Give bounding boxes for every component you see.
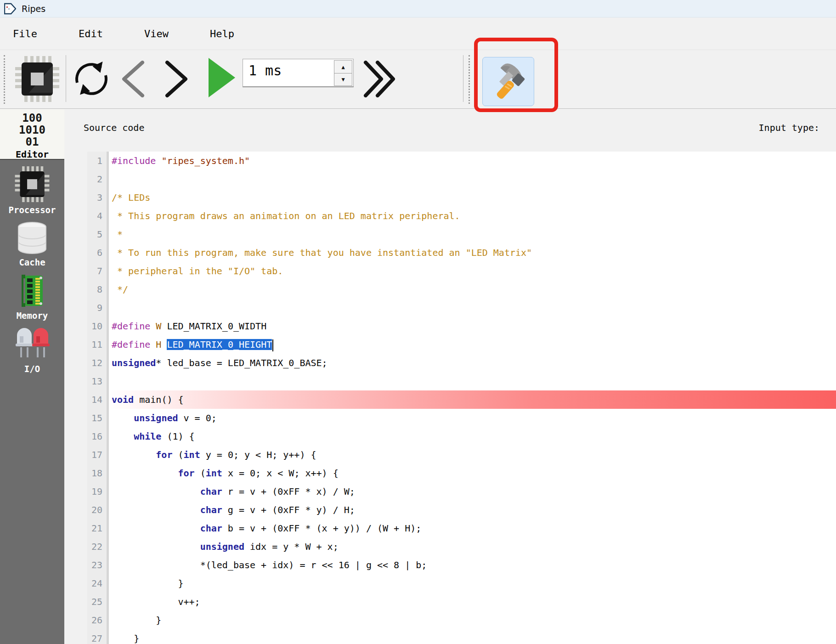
green-play-icon[interactable] [208,57,236,98]
code-line[interactable]: 22 unsigned idx = y * W + x; [87,537,836,556]
code-line[interactable]: 20 char g = v + (0xFF * y) / H; [87,501,836,519]
code-line[interactable]: 15 unsigned v = 0; [87,409,836,427]
code-line[interactable]: 27 } [87,629,836,644]
sidebar-item-cache[interactable]: Cache [0,221,64,267]
processor-chip-icon [15,166,50,202]
spin-up-button[interactable]: ▲ [334,60,352,73]
code-line-text: for (int y = 0; y < H; y++) { [109,446,836,464]
line-number: 23 [87,556,109,574]
sidebar-item-processor[interactable]: Processor [0,166,64,215]
line-number: 6 [87,243,109,262]
hammer-icon [489,62,528,102]
code-line[interactable]: 8 */ [87,280,836,299]
code-line-text: } [109,629,836,644]
line-number: 27 [87,629,109,644]
line-number: 2 [87,170,109,188]
code-line[interactable]: 11#define H LED_MATRIX_0_HEIGHT [87,335,836,354]
code-line[interactable]: 25 v++; [87,593,836,611]
code-line-text [109,299,836,317]
chevron-right-icon[interactable] [164,61,189,97]
code-line[interactable]: 18 for (int x = 0; x < W; x++) { [87,464,836,482]
code-line-text: #define H LED_MATRIX_0_HEIGHT [109,335,836,354]
menu-edit[interactable]: Edit [79,28,131,40]
toolbar-drag-handle[interactable] [469,55,470,104]
code-line[interactable]: 6 * To run this program, make sure that … [87,243,836,262]
code-line-text: char b = v + (0xFF * (x + y)) / (W + H); [109,519,836,537]
line-number: 12 [87,354,109,372]
line-number: 19 [87,482,109,501]
line-number: 11 [87,335,109,354]
code-line[interactable]: 14void main() { [87,390,836,409]
code-line[interactable]: 19 char r = v + (0xFF * x) / W; [87,482,836,501]
code-line-text: unsigned v = 0; [109,409,836,427]
title-bar: Ripes [0,0,836,17]
code-line[interactable]: 5 * [87,225,836,243]
code-line[interactable]: 26 } [87,611,836,629]
database-icon [17,221,47,254]
line-number: 17 [87,446,109,464]
code-line-text: char g = v + (0xFF * y) / H; [109,501,836,519]
code-line-text: * To run this program, make sure that yo… [109,243,836,262]
code-editor[interactable]: 1#include "ripes_system.h"23/* LEDs4 * T… [87,152,836,644]
code-line[interactable]: 17 for (int y = 0; y < H; y++) { [87,446,836,464]
code-line-text: v++; [109,593,836,611]
code-line[interactable]: 3/* LEDs [87,188,836,207]
code-line[interactable]: 1#include "ripes_system.h" [87,152,836,170]
code-line[interactable]: 12unsigned* led_base = LED_MATRIX_0_BASE… [87,354,836,372]
binary-code-icon: 100 1010 01 [0,112,64,148]
code-line[interactable]: 9 [87,299,836,317]
line-number: 21 [87,519,109,537]
code-line-text [109,372,836,390]
line-number: 25 [87,593,109,611]
double-chevron-icon[interactable] [363,61,395,97]
line-number: 15 [87,409,109,427]
sidebar-item-editor[interactable]: 100 1010 01 Editor [0,109,64,159]
speed-spinbox[interactable]: 1 ms ▲ ▼ [243,59,354,87]
code-line[interactable]: 4 * This program draws an animation on a… [87,207,836,225]
menu-file[interactable]: File [13,28,66,40]
menu-help[interactable]: Help [210,28,263,40]
menu-view[interactable]: View [144,28,197,40]
code-line-text: * peripheral in the "I/O" tab. [109,262,836,280]
sidebar-item-io[interactable]: I/O [0,327,64,374]
source-code-label: Source code [84,122,144,133]
code-line-text: for (int x = 0; x < W; x++) { [109,464,836,482]
toolbar-drag-handle[interactable] [4,55,5,104]
line-number: 26 [87,611,109,629]
code-line[interactable]: 23 *(led_base + idx) = r << 16 | g << 8 … [87,556,836,574]
line-number: 8 [87,280,109,299]
sidebar: 100 1010 01 Editor [0,109,64,644]
toolbar: 1 ms ▲ ▼ [0,51,836,109]
code-line[interactable]: 16 while (1) { [87,427,836,446]
code-line-text: *(led_base + idx) = r << 16 | g << 8 | b… [109,556,836,574]
spin-down-button[interactable]: ▼ [334,73,352,86]
code-line-text: void main() { [109,390,836,409]
chevron-left-icon[interactable] [120,61,146,97]
line-number: 7 [87,262,109,280]
toolbar-separator [66,55,66,102]
sidebar-item-label: Cache [0,257,64,267]
processor-chip-icon[interactable] [15,56,59,102]
sidebar-dark-panel: Processor Cache [0,159,64,644]
code-line[interactable]: 2 [87,170,836,188]
line-number: 10 [87,317,109,335]
sidebar-item-memory[interactable]: Memory [0,274,64,321]
sidebar-item-label: I/O [0,364,64,374]
code-line-text: unsigned idx = y * W + x; [109,537,836,556]
code-line-text: * This program draws an animation on an … [109,207,836,225]
code-line[interactable]: 7 * peripheral in the "I/O" tab. [87,262,836,280]
code-line-text: while (1) { [109,427,836,446]
line-number: 1 [87,152,109,170]
circular-arrows-icon[interactable] [72,57,111,101]
code-line[interactable]: 13 [87,372,836,390]
line-number: 5 [87,225,109,243]
line-number: 24 [87,574,109,593]
line-number: 22 [87,537,109,556]
build-button[interactable] [482,57,534,106]
sidebar-item-label: Memory [0,311,64,321]
code-line-text: */ [109,280,836,299]
code-line[interactable]: 24 } [87,574,836,593]
code-line[interactable]: 10#define W LED_MATRIX_0_WIDTH [87,317,836,335]
code-line[interactable]: 21 char b = v + (0xFF * (x + y)) / (W + … [87,519,836,537]
code-lines: 1#include "ripes_system.h"23/* LEDs4 * T… [87,152,836,644]
